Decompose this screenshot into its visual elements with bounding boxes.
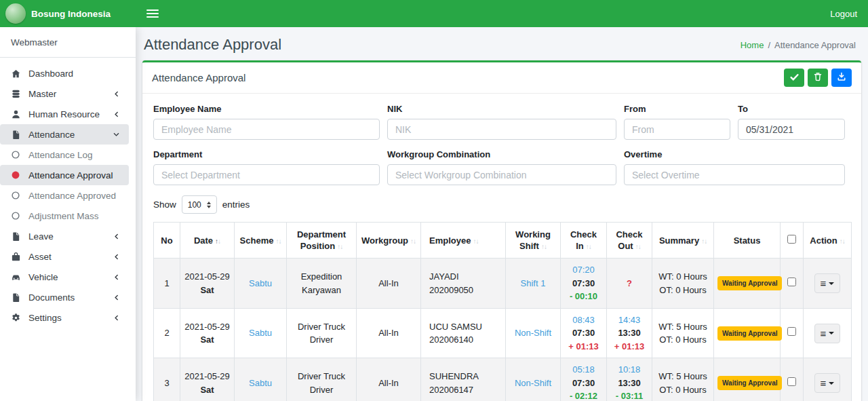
col-no: No bbox=[154, 223, 180, 259]
from-date-input[interactable] bbox=[624, 119, 730, 140]
cell-check-in: 08:4307:30+ 01:13 bbox=[561, 308, 607, 358]
logout-link[interactable]: Logout bbox=[830, 9, 857, 19]
sidebar-item-leave[interactable]: Leave bbox=[0, 226, 129, 246]
col-select-all bbox=[781, 223, 804, 259]
check-out-log-link[interactable]: 14:43 bbox=[610, 313, 648, 327]
sidebar-item-settings[interactable]: Settings bbox=[0, 307, 129, 328]
col-status: Status bbox=[714, 223, 781, 259]
breadcrumb-home-link[interactable]: Home bbox=[741, 40, 764, 50]
cell-department-position: ExpeditionKaryawan bbox=[287, 259, 357, 309]
cell-scheme: Sabtu bbox=[235, 259, 287, 309]
from-field: From bbox=[624, 104, 730, 140]
sidebar-toggle-button[interactable] bbox=[146, 9, 159, 18]
card-header: Attendance Approval bbox=[142, 62, 861, 94]
working-shift-link[interactable]: Non-Shift bbox=[515, 378, 551, 388]
overtime-select[interactable] bbox=[624, 164, 845, 185]
approve-button[interactable] bbox=[784, 69, 804, 87]
col-date[interactable]: Date↑↓ bbox=[180, 223, 235, 259]
col-check-in[interactable]: Check In↑↓ bbox=[561, 223, 607, 259]
employee-name-input[interactable] bbox=[153, 119, 380, 140]
sort-icon: ↑↓ bbox=[337, 243, 342, 250]
sidebar-item-master[interactable]: Master bbox=[0, 83, 129, 104]
select-all-checkbox[interactable] bbox=[787, 235, 796, 244]
working-shift-link[interactable]: Non-Shift bbox=[515, 328, 551, 338]
chevron-left-icon bbox=[113, 111, 120, 118]
col-action[interactable]: Action↑↓ bbox=[804, 223, 852, 259]
cell-select bbox=[781, 259, 804, 309]
row-action-dropdown-button[interactable]: ≡ bbox=[814, 324, 840, 343]
sidebar-item-documents[interactable]: Documents bbox=[0, 287, 129, 307]
sidebar-item-attendance-log[interactable]: Attendance Log bbox=[0, 145, 129, 165]
cell-check-out: 10:1813:30- 03:11 bbox=[607, 358, 652, 401]
sidebar-item-asset[interactable]: Asset bbox=[0, 246, 129, 267]
row-checkbox[interactable] bbox=[787, 327, 796, 336]
col-working-shift[interactable]: Working Shift↑↓ bbox=[506, 223, 561, 259]
sidebar-item-vehicle[interactable]: Vehicle bbox=[0, 267, 129, 287]
sidebar-item-attendance-approval[interactable]: Attendance Approval bbox=[0, 165, 129, 185]
entries-count-select[interactable]: 100 bbox=[182, 195, 217, 214]
nik-field: NIK bbox=[387, 104, 616, 140]
filled-circle-icon bbox=[9, 170, 22, 180]
col-department-position[interactable]: Department Position↑↓ bbox=[287, 223, 357, 259]
cell-department-position: Driver TruckDriver bbox=[287, 308, 357, 358]
sidebar-item-human-resource[interactable]: Human Resource bbox=[0, 104, 129, 124]
row-checkbox[interactable] bbox=[787, 377, 796, 386]
table-header-row: No Date↑↓ Scheme↑↓ Department Position↑↓… bbox=[154, 223, 852, 259]
scheme-link[interactable]: Sabtu bbox=[249, 278, 272, 288]
check-in-log-link[interactable]: 08:43 bbox=[564, 313, 603, 327]
chevron-left-icon bbox=[113, 233, 120, 240]
topbar: Bosung Indonesia Logout bbox=[0, 0, 868, 27]
breadcrumb-current: Attendance Approval bbox=[774, 40, 856, 50]
to-date-input[interactable] bbox=[738, 119, 845, 140]
check-in-log-link[interactable]: 07:20 bbox=[564, 263, 603, 277]
download-icon bbox=[837, 72, 846, 83]
scheme-link[interactable]: Sabtu bbox=[249, 328, 272, 338]
cell-date: 2021-05-29Sat bbox=[180, 259, 235, 309]
chevron-down-icon bbox=[113, 131, 120, 138]
check-in-log-link[interactable]: 05:18 bbox=[564, 363, 603, 377]
row-action-dropdown-button[interactable]: ≡ bbox=[814, 373, 840, 393]
cell-working-shift: Non-Shift bbox=[506, 308, 561, 358]
sidebar-item-attendance[interactable]: Attendance bbox=[0, 124, 129, 145]
col-summary[interactable]: Summary↑↓ bbox=[652, 223, 714, 259]
brand-logo-icon bbox=[5, 3, 26, 24]
content-header: Attendance Approval Home/Attendance Appr… bbox=[136, 27, 868, 60]
spinner-arrows-icon bbox=[207, 202, 211, 208]
overtime-field: Overtime bbox=[624, 149, 845, 185]
delete-button[interactable] bbox=[808, 69, 828, 87]
cell-scheme: Sabtu bbox=[235, 308, 287, 358]
sort-icon: ↑↓ bbox=[215, 237, 220, 245]
sidebar-item-dashboard[interactable]: Dashboard bbox=[0, 63, 129, 83]
cell-check-out: 14:4313:30+ 01:13 bbox=[607, 308, 652, 358]
chevron-left-icon bbox=[113, 314, 120, 322]
table-row: 2 2021-05-29Sat Sabtu Driver TruckDriver… bbox=[154, 308, 852, 358]
attendance-approval-card: Attendance Approval Employee Name bbox=[142, 60, 861, 401]
trash-icon bbox=[813, 72, 823, 83]
employee-name-field: Employee Name bbox=[153, 104, 380, 140]
row-checkbox[interactable] bbox=[787, 278, 796, 286]
working-shift-link[interactable]: Shift 1 bbox=[521, 278, 546, 288]
chevron-left-icon bbox=[113, 253, 120, 261]
gear-icon bbox=[9, 313, 22, 323]
scheme-link[interactable]: Sabtu bbox=[249, 378, 272, 388]
check-out-log-link[interactable]: 10:18 bbox=[610, 363, 648, 377]
cell-workgroup: All-In bbox=[357, 308, 421, 358]
cell-workgroup: All-In bbox=[357, 259, 421, 309]
chevron-left-icon bbox=[113, 90, 120, 98]
cell-status: Waiting Approval bbox=[714, 358, 781, 401]
cell-action: ≡ bbox=[804, 259, 852, 309]
col-employee[interactable]: Employee↑↓ bbox=[421, 223, 506, 259]
col-scheme[interactable]: Scheme↑↓ bbox=[235, 223, 287, 259]
department-select[interactable] bbox=[153, 164, 380, 185]
workgroup-combination-select[interactable] bbox=[387, 164, 616, 185]
col-check-out[interactable]: Check Out↑↓ bbox=[607, 223, 652, 259]
sidebar-item-attendance-approved[interactable]: Attendance Approved bbox=[0, 185, 129, 206]
cell-summary: WT: 0 HoursOT: 0 Hours bbox=[652, 259, 714, 309]
sidebar-item-adjustment-mass[interactable]: Adjustment Mass bbox=[0, 206, 129, 226]
sort-icon: ↑↓ bbox=[541, 243, 547, 250]
download-button[interactable] bbox=[831, 69, 852, 87]
nik-input[interactable] bbox=[387, 119, 616, 140]
navbar: Logout bbox=[136, 0, 868, 27]
col-workgroup[interactable]: Workgroup↑↓ bbox=[357, 223, 421, 259]
row-action-dropdown-button[interactable]: ≡ bbox=[814, 273, 840, 293]
